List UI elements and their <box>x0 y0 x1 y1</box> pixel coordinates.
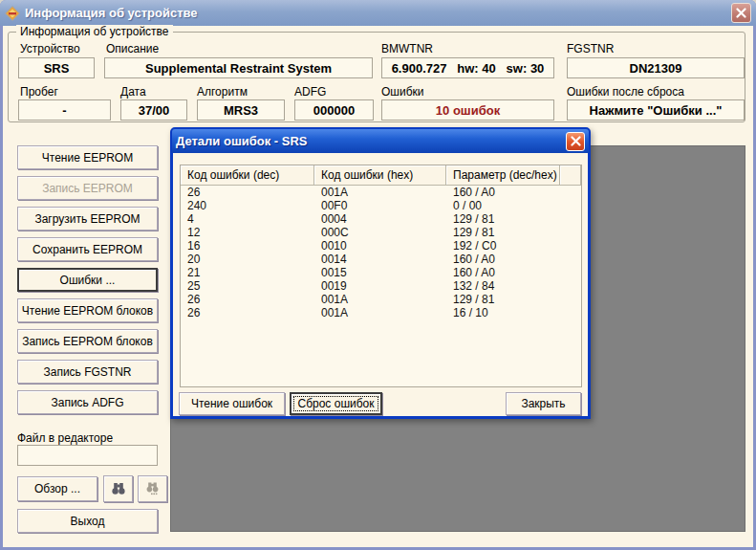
table-cell: 20 <box>181 253 314 266</box>
adfg-value: 000000 <box>294 99 374 121</box>
errors-button[interactable]: Ошибки ... <box>17 268 158 292</box>
column-header-parameter[interactable]: Параметр (dec/hex) <box>446 165 560 186</box>
table-cell: 001A <box>314 306 446 319</box>
write-eeprom-blocks-button[interactable]: Запись EEPROM блоков <box>17 329 158 353</box>
mileage-value: - <box>18 99 111 121</box>
table-cell: 00F0 <box>314 199 446 212</box>
dialog-title: Детали ошибок - SRS <box>176 134 307 148</box>
table-cell: 16 / 10 <box>446 306 560 319</box>
save-eeprom-button[interactable]: Сохранить EEPROM <box>17 237 158 261</box>
fgstnr-value: DN21309 <box>567 57 745 78</box>
error-table: Код ошибки (dec) Код ошибки (hex) Параме… <box>180 165 582 387</box>
close-icon <box>571 136 581 146</box>
write-eeprom-button: Запись EEPROM <box>17 176 158 200</box>
table-cell: 0 / 00 <box>446 199 560 212</box>
screen: Информация об устройстве Информация об у… <box>0 0 756 550</box>
table-row[interactable]: 26001A160 / A0 <box>181 186 581 199</box>
table-cell: 25 <box>181 279 314 293</box>
file-in-editor-label: Файл в редакторе <box>17 431 113 445</box>
errors-count-value: 10 ошибок <box>381 99 554 121</box>
fgstnr-label: FGSTNR <box>567 42 614 55</box>
error-table-header: Код ошибки (dec) Код ошибки (hex) Параме… <box>181 165 581 186</box>
device-info-group: Информация об устройстве Устройство SRS … <box>8 32 745 122</box>
write-fgstnr-button[interactable]: Запись FGSTNR <box>17 360 158 384</box>
dialog-close-button[interactable] <box>566 132 585 151</box>
device-value: SRS <box>18 57 95 78</box>
table-cell: 26 <box>181 293 314 306</box>
dialog-titlebar: Детали ошибок - SRS <box>172 129 589 153</box>
table-cell: 000C <box>314 226 446 239</box>
description-label: Описание <box>106 42 159 55</box>
close-dialog-button[interactable]: Закрыть <box>506 392 581 415</box>
mileage-label: Пробег <box>20 85 58 99</box>
algorithm-value: MRS3 <box>197 99 285 121</box>
read-eeprom-blocks-button[interactable]: Чтение EEPROM блоков <box>17 298 158 322</box>
table-cell: 0014 <box>314 253 446 266</box>
column-header-filler <box>560 165 581 186</box>
table-cell: 0010 <box>314 239 446 253</box>
table-cell: 240 <box>181 199 314 212</box>
algorithm-label: Алгоритм <box>197 85 248 99</box>
exit-button[interactable]: Выход <box>17 509 158 533</box>
errors-after-reset-value: Нажмите "Ошибки ..." <box>567 99 745 121</box>
error-details-dialog: Детали ошибок - SRS Код ошибки (dec) Код… <box>170 127 591 419</box>
table-row[interactable]: 26001A16 / 10 <box>181 306 581 319</box>
table-row[interactable]: 24000F00 / 00 <box>181 199 581 212</box>
table-cell: 160 / A0 <box>446 266 560 279</box>
table-cell: 0015 <box>314 266 446 279</box>
table-cell: 160 / A0 <box>446 253 560 266</box>
table-row[interactable]: 40004129 / 81 <box>181 212 581 226</box>
table-row[interactable]: 200014160 / A0 <box>181 253 581 266</box>
table-cell: 132 / 84 <box>446 279 560 293</box>
column-header-code-dec[interactable]: Код ошибки (dec) <box>181 165 314 186</box>
device-label: Устройство <box>20 42 80 55</box>
table-cell: 129 / 81 <box>446 226 560 239</box>
bmwtnr-value: 6.900.727 hw: 40 sw: 30 <box>381 57 554 78</box>
errors-after-reset-label: Ошибки после сброса <box>567 85 684 99</box>
find-button[interactable] <box>103 475 133 502</box>
sidebar: Чтение EEPROMЗапись EEPROMЗагрузить EEPR… <box>17 145 172 414</box>
window-title: Информация об устройстве <box>25 6 198 20</box>
table-cell: 001A <box>314 293 446 306</box>
table-cell: 16 <box>181 239 314 253</box>
group-title: Информация об устройстве <box>16 25 173 38</box>
sidebar-buttons: Чтение EEPROMЗапись EEPROMЗагрузить EEPR… <box>17 145 172 414</box>
table-cell: 001A <box>314 186 446 199</box>
table-row[interactable]: 26001A129 / 81 <box>181 293 581 306</box>
table-row[interactable]: 160010192 / C0 <box>181 239 581 253</box>
file-editor-input[interactable] <box>17 445 158 466</box>
read-eeprom-button[interactable]: Чтение EEPROM <box>17 145 158 169</box>
binoculars-icon <box>111 482 126 495</box>
write-adfg-button[interactable]: Запись ADFG <box>17 390 158 414</box>
table-cell: 0004 <box>314 212 446 226</box>
column-header-code-hex[interactable]: Код ошибки (hex) <box>314 165 446 186</box>
table-cell: 0019 <box>314 279 446 293</box>
adfg-label: ADFG <box>294 85 326 99</box>
load-eeprom-button[interactable]: Загрузить EEPROM <box>17 207 158 231</box>
date-value: 37/00 <box>120 99 187 121</box>
app-icon <box>5 6 20 21</box>
table-cell: 12 <box>181 226 314 239</box>
reset-errors-button[interactable]: Сброс ошибок <box>290 392 382 415</box>
binoculars-next-icon <box>145 482 161 495</box>
window-client-area: Информация об устройстве Устройство SRS … <box>3 26 753 547</box>
table-cell: 192 / C0 <box>446 239 560 253</box>
table-cell: 21 <box>181 266 314 279</box>
table-row[interactable]: 250019132 / 84 <box>181 279 581 293</box>
table-cell: 129 / 81 <box>446 293 560 306</box>
description-value: Supplemental Restraint System <box>104 57 373 78</box>
find-next-button[interactable] <box>138 475 167 502</box>
errors-label: Ошибки <box>381 85 424 99</box>
table-row[interactable]: 210015160 / A0 <box>181 266 581 279</box>
window-close-button[interactable] <box>731 3 751 23</box>
browse-button[interactable]: Обзор ... <box>17 476 97 501</box>
app-window: Информация об устройстве Информация об у… <box>0 0 756 550</box>
table-cell: 4 <box>181 212 314 226</box>
dialog-client-area: Код ошибки (dec) Код ошибки (hex) Параме… <box>173 154 588 416</box>
read-errors-button[interactable]: Чтение ошибок <box>179 392 285 415</box>
date-label: Дата <box>120 85 146 99</box>
table-cell: 26 <box>181 186 314 199</box>
bmwtnr-label: BMWTNR <box>381 42 433 55</box>
table-row[interactable]: 12000C129 / 81 <box>181 226 581 239</box>
table-cell: 129 / 81 <box>446 212 560 226</box>
